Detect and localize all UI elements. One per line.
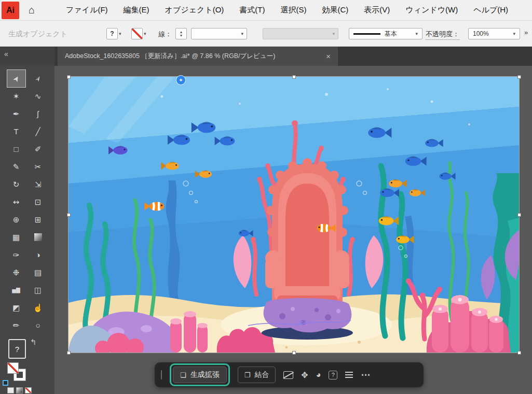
slice-tool[interactable]: ◩	[7, 299, 25, 316]
pencil-tool-icon: ✏	[13, 321, 20, 330]
content-credentials-badge[interactable]: ✦	[176, 75, 186, 85]
menu-effect[interactable]: 効果(C)	[322, 5, 349, 15]
path-object-label: パス	[296, 318, 308, 326]
document-tab[interactable]: AdobeStock_1602635805 ［更新済み］.ai* @ 7.86 …	[58, 47, 338, 66]
menu-edit[interactable]: 編集(E)	[124, 5, 149, 15]
controlbar-overflow-icon[interactable]: »	[524, 29, 528, 36]
selection-handle-ne[interactable]	[517, 75, 521, 79]
width-tool-icon: ↭	[13, 198, 20, 207]
zoom-tool[interactable]: ○	[29, 317, 47, 334]
menu-object[interactable]: オブジェクト(O)	[165, 5, 224, 15]
toolbar-hint-button[interactable]: ?	[8, 339, 26, 359]
fill-swatch[interactable]	[7, 362, 19, 374]
return-arrow-icon[interactable]: ↰	[30, 337, 37, 347]
curvature-tool[interactable]: ʃ	[29, 105, 47, 122]
gradient-mode-button[interactable]	[16, 387, 23, 393]
stroke-color-swatch[interactable]	[131, 28, 143, 39]
taskbar-drag-handle[interactable]	[161, 370, 162, 379]
blend-tool-icon: ◑	[35, 250, 40, 259]
opacity-label[interactable]: 不透明度：	[426, 30, 459, 40]
line-segment-tool[interactable]: ╱	[29, 123, 47, 140]
home-button[interactable]: ⌂	[22, 2, 41, 19]
gradient-tool-icon	[34, 233, 42, 241]
shaper-tool[interactable]: ✎	[7, 158, 25, 175]
more-options-icon[interactable]: ⋯	[361, 369, 371, 381]
tab-close-icon[interactable]: ×	[326, 52, 331, 61]
magic-wand-tool[interactable]: ✶	[7, 88, 25, 105]
crop-image-disabled-icon	[283, 371, 293, 379]
type-tool[interactable]: T	[7, 123, 25, 140]
direct-selection-tool[interactable]: ➢	[29, 70, 47, 87]
collapse-panel-icon[interactable]: «	[4, 50, 7, 58]
stroke-style-dropdown[interactable]: 基本 ▾	[349, 28, 422, 39]
blend-tool[interactable]: ◑	[29, 246, 47, 263]
stroke-weight-stepper[interactable]: ▴ ▾	[175, 28, 187, 39]
fill-color-swatch[interactable]: ?	[106, 28, 118, 39]
opacity-value: 100%	[473, 30, 489, 37]
eyedropper-tool[interactable]: ✑	[7, 246, 25, 263]
stroke-weight-label: 線：	[158, 30, 172, 39]
symbol-sprayer-tool[interactable]: ❉	[7, 264, 25, 281]
line-segment-tool-icon: ╱	[35, 127, 40, 136]
pen-tool-icon: ✒	[13, 109, 20, 119]
magic-wand-tool-icon: ✶	[13, 92, 20, 101]
selection-handle-n[interactable]	[292, 75, 296, 79]
taskbar-help-icon[interactable]: ?	[329, 371, 337, 379]
scale-tool[interactable]: ⇲	[29, 176, 47, 193]
menu-select[interactable]: 選択(S)	[281, 5, 307, 15]
selection-tool[interactable]: ➤	[7, 70, 25, 87]
artwork-selected-object[interactable]	[69, 77, 519, 353]
menu-type[interactable]: 書式(T)	[239, 5, 265, 15]
stepper-down-icon[interactable]: ▾	[180, 34, 182, 37]
free-transform-tool[interactable]: ⊡	[29, 193, 47, 210]
stroke-chevron-icon[interactable]: ▾	[144, 31, 146, 36]
menu-view[interactable]: 表示(V)	[364, 5, 390, 15]
lasso-tool[interactable]: ∿	[29, 88, 47, 105]
opacity-dropdown[interactable]: 100% ▾	[468, 28, 520, 39]
artboard-tool[interactable]: ◫	[29, 282, 47, 299]
column-graph-tool-icon: ▅▇	[12, 287, 20, 293]
selection-handle-s[interactable]	[292, 351, 296, 355]
paintbrush-tool[interactable]: ✐	[29, 140, 47, 158]
selection-handle-se[interactable]	[517, 351, 521, 355]
unite-button[interactable]: ❐ 結合	[238, 367, 276, 383]
artboard-tool-icon: ◫	[34, 286, 42, 295]
shape-builder-tool-icon: ⊕	[13, 215, 20, 224]
selection-handle-e[interactable]	[517, 213, 521, 217]
column-graph-tool[interactable]: ▅▇	[7, 282, 25, 299]
graph-tool[interactable]: ▤	[29, 264, 47, 281]
stroke-style-preview	[353, 33, 380, 35]
dropdown-chevron-icon: ▾	[241, 31, 243, 36]
hand-tool[interactable]: ☝	[29, 299, 47, 316]
mesh-tool[interactable]: ▦	[7, 229, 25, 246]
selection-handle-nw[interactable]	[67, 75, 71, 79]
menu-help[interactable]: ヘルプ(H)	[473, 5, 508, 15]
menu-window[interactable]: ウィンドウ(W)	[405, 5, 458, 15]
selection-handle-w[interactable]	[67, 213, 71, 217]
scissors-tool[interactable]: ✂	[29, 158, 47, 175]
tools-panel: ➤ ➢ ✶ ∿ ✒ ʃ T ╱ □ ✐ ✎ ✂ ↻ ⇲ ↭ ⊡ ⊕ ⊞ ▦ ✑ …	[0, 66, 54, 394]
stroke-weight-dropdown[interactable]: ▾	[191, 28, 247, 39]
rotate-tool[interactable]: ↻	[7, 176, 25, 193]
width-tool[interactable]: ↭	[7, 193, 25, 210]
screen-mode-icon[interactable]	[3, 380, 8, 386]
shape-builder-tool[interactable]: ⊕	[7, 211, 25, 228]
rectangle-tool[interactable]: □	[7, 140, 25, 158]
taskbar-menu-icon[interactable]	[345, 372, 353, 378]
scissors-tool-icon: ✂	[35, 162, 42, 172]
unite-icon: ❐	[244, 371, 251, 379]
canvas-area[interactable]: ✦ パス	[54, 66, 532, 394]
selection-handle-sw[interactable]	[67, 351, 71, 355]
recolor-artwork-icon[interactable]: ◕	[316, 370, 321, 379]
pen-tool[interactable]: ✒	[7, 105, 25, 122]
menu-file[interactable]: ファイル(F)	[66, 5, 108, 15]
gradient-tool[interactable]	[29, 229, 47, 246]
unite-label: 結合	[254, 370, 269, 379]
generative-expand-button[interactable]: ❏ 生成拡張	[173, 367, 227, 383]
fill-chevron-icon[interactable]: ▾	[119, 31, 121, 36]
pencil-tool[interactable]: ✏	[7, 317, 25, 334]
perspective-grid-tool[interactable]: ⊞	[29, 211, 47, 228]
none-mode-button[interactable]	[25, 387, 32, 393]
fit-selection-icon[interactable]: ✥	[301, 370, 308, 380]
color-mode-button[interactable]	[7, 387, 14, 393]
